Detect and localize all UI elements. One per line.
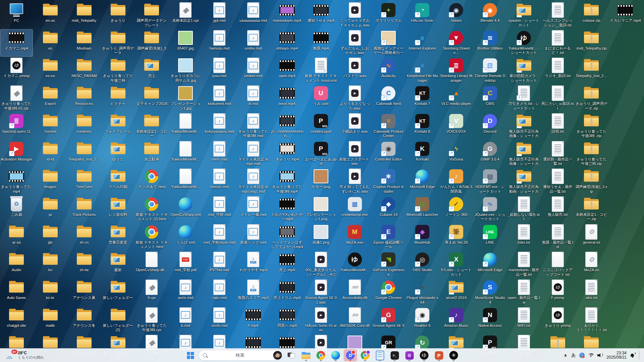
desktop-icon[interactable]: ksks.txt	[508, 224, 540, 250]
desktop-icon[interactable]: es-es	[34, 57, 66, 84]
desktop-icon[interactable]: akis.txt	[575, 279, 607, 306]
desktop-icon[interactable]: ≡↗Cakewalk Product Center	[372, 113, 405, 139]
desktop-icon[interactable]: ≋↗Brother Utilities	[474, 29, 506, 56]
desktop-icon[interactable]: 説明.txt	[542, 113, 574, 139]
desktop-icon[interactable]: en-us	[34, 2, 66, 28]
onedrive-tray-icon[interactable]	[579, 353, 585, 358]
desktop-icon[interactable]: V↗VOICEVOX	[440, 113, 472, 139]
desktop-icon[interactable]: ♪MP3無題のスコア.mp3	[237, 279, 269, 306]
desktop-icon[interactable]: 新規 テキスト ドキュメント.html	[136, 224, 168, 250]
desktop-icon[interactable]: ▶小銭詰まり.wav	[339, 113, 371, 139]
desktop-icon[interactable]: C↗Cakewalk Next	[372, 85, 405, 112]
desktop-icon[interactable]: ♪aorin.mid	[169, 279, 202, 306]
desktop-icon[interactable]: ゆイカマニ.ymmp	[0, 57, 33, 84]
desktop-icon[interactable]: きゅうりボカコレ用サムネ.jpg	[169, 57, 202, 84]
desktop-icon[interactable]: C↗CMS	[474, 85, 506, 112]
desktop-icon[interactable]: ♪メドレー風.mid	[237, 196, 269, 223]
desktop-icon[interactable]: ♪meroin.mid	[203, 168, 235, 195]
desktop-icon[interactable]: ▶Groove Agent SE 01.wav	[305, 279, 337, 306]
desktop-icon[interactable]: Resources	[68, 85, 100, 112]
desktop-icon[interactable]: 画像1.png	[305, 224, 337, 250]
desktop-icon[interactable]: 路上駐車	[136, 140, 168, 167]
desktop-icon[interactable]: ⚙⚙AWSSDK.Core.dll	[339, 307, 371, 334]
show-desktop-button[interactable]	[639, 351, 641, 359]
desktop-icon[interactable]: runtimes	[68, 113, 100, 139]
desktop-icon[interactable]: open - 親作品一覧.txt	[508, 279, 540, 306]
desktop-icon[interactable]: ◥↗GeForce Experience	[372, 251, 405, 278]
desktop-icon[interactable]: ↗孤独なインディーゲーム開発者の一生 …	[372, 29, 405, 56]
desktop-icon[interactable]: ♪umibe.mid	[237, 29, 269, 56]
desktop-icon[interactable]: ◉↗Blender 4.4	[474, 2, 506, 28]
desktop-icon[interactable]: ↗syasinn - ショートカット	[508, 2, 540, 28]
desktop-icon[interactable]: Telepathy_Inst_2…	[68, 140, 100, 167]
clock[interactable]: 23:34 2025/09/21	[606, 351, 627, 360]
desktop-icon[interactable]: ↗無人販売不正行為動画 - ショートカット	[508, 168, 540, 195]
desktop-icon[interactable]: ◉↗Controller Editor	[372, 140, 405, 167]
desktop-icon[interactable]: Images	[34, 168, 66, 195]
desktop-icon[interactable]: ♪新規 テキスト ドキュメント.musicxml	[305, 57, 337, 84]
desktop-icon[interactable]: ♪gpt.mid	[203, 2, 235, 28]
desktop-icon[interactable]: ありがとう！！！！！！.txt	[575, 307, 607, 334]
desktop-icon[interactable]: MMoZA.exe	[339, 224, 371, 250]
desktop-icon[interactable]: Mixdown	[68, 29, 100, 56]
desktop-icon[interactable]: きゅうり食ってた.mp4	[0, 168, 33, 195]
desktop-icon[interactable]: きゅうり	[102, 2, 134, 28]
desktop-icon[interactable]: KT↗Kontakt 8	[406, 113, 438, 139]
desktop-icon[interactable]: ♪uaaaaaaaaa.mid	[237, 2, 269, 28]
desktop-icon[interactable]: N↗Native Access	[474, 307, 506, 334]
desktop-icon[interactable]: ◆↗Cubase 14	[372, 196, 405, 223]
desktop-icon[interactable]: ラベル印刷	[102, 168, 134, 195]
desktop-icon[interactable]: D↗Discord	[474, 113, 506, 139]
file-explorer-button[interactable]	[300, 349, 313, 361]
desktop-icon[interactable]: ▶新規エクスポート.wav	[339, 140, 371, 167]
desktop-icon[interactable]: manisekarin - 親作品一覧.txt	[508, 251, 540, 278]
desktop-icon[interactable]: ◆9.cpr	[136, 279, 168, 306]
desktop-icon[interactable]: ↗万引きメモ.txt - ショートカット	[508, 85, 540, 112]
desktop-icon[interactable]: K↗Kontakt	[406, 140, 438, 167]
desktop-icon[interactable]: ▶ずんだもん_しおかぜふ.wav	[339, 29, 371, 56]
desktop-icon[interactable]: ♪kotusytuaaus.mid	[203, 113, 235, 139]
desktop-icon[interactable]: ▼↗Steinberg Downlo…	[440, 29, 472, 56]
desktop-icon[interactable]: G↗Groove Agent SE 5	[372, 307, 405, 334]
terminal-button[interactable]: >_	[388, 349, 401, 361]
desktop-icon[interactable]: 選択肢 - 親作品一覧.txt	[542, 140, 574, 167]
desktop-icon[interactable]: ▶HALion Sonic 01.wav	[305, 307, 337, 334]
desktop-icon[interactable]: zh-cn	[68, 224, 100, 250]
weather-widget[interactable]: 9+ ☁ 28°C くもりのち晴れ	[3, 349, 47, 362]
desktop-icon[interactable]: 名称未設定1 - コピー	[136, 113, 168, 139]
desktop-icon[interactable]: 調声練習(失敗)_3.zip	[575, 168, 607, 195]
desktop-icon[interactable]: 名称未設定1 - コピー.zip	[575, 196, 607, 223]
task-view-button[interactable]	[285, 349, 298, 361]
powerpoint-button[interactable]: P	[432, 349, 446, 361]
desktop-icon[interactable]: ♪新規ソング.mid	[237, 224, 269, 250]
desktop-icon[interactable]: くらび.xml	[169, 224, 202, 250]
desktop-icon[interactable]: 調声用データテンプレート	[136, 2, 168, 28]
desktop-icon[interactable]: 通知うせえ.mp4	[305, 2, 337, 28]
desktop-icon[interactable]: 調声練習(失敗)_3	[136, 29, 168, 56]
desktop-icon[interactable]: イカマニ.mp4	[0, 29, 33, 56]
desktop-icon[interactable]: ♪umibet.mid	[237, 57, 269, 84]
desktop-icon[interactable]: 無題 - 親作品一覧.txt	[542, 224, 574, 250]
desktop-icon[interactable]: 筆↗筆まめ Ver.28	[440, 224, 472, 250]
desktop-icon[interactable]: 売上	[136, 57, 168, 84]
desktop-icon[interactable]: OpenCvSharp.dll…	[136, 251, 168, 278]
desktop-icon[interactable]: ◆↗MuseHub	[406, 224, 438, 250]
desktop-icon[interactable]: ♪PVTNd.mid	[203, 251, 235, 278]
desktop-icon[interactable]: ◉↗Reaktor 6	[406, 307, 438, 334]
desktop-icon[interactable]: zh-tw	[68, 251, 100, 278]
desktop-icon[interactable]: ▲↗VLC media player	[440, 85, 472, 112]
desktop-icon[interactable]: 新規 テキスト ドキュメント (2).html	[136, 196, 168, 223]
desktop-icon[interactable]: Export	[34, 85, 66, 112]
desktop-icon[interactable]: かるー.png	[305, 168, 337, 195]
wifi-icon[interactable]	[588, 353, 594, 358]
desktop-icon[interactable]: ♪mid_学校.mid	[203, 196, 235, 223]
desktop-icon[interactable]: ✱↗Crypton Product Installer	[372, 168, 405, 195]
desktop-icon[interactable]: manisekarin.mp4	[271, 2, 303, 28]
desktop-icon[interactable]: Auto Saves	[0, 279, 33, 306]
desktop-icon[interactable]: ◔↗HALion Sonic	[406, 2, 438, 28]
desktop-icon[interactable]: Audio	[0, 251, 33, 278]
desktop-icon[interactable]: TimeTune	[68, 168, 100, 195]
desktop-icon[interactable]: chatgpt-site	[0, 307, 33, 334]
desktop-icon[interactable]: 最新	[102, 251, 134, 278]
desktop-icon[interactable]: ↗家の防犯カメラ - ショートカット	[508, 57, 540, 84]
